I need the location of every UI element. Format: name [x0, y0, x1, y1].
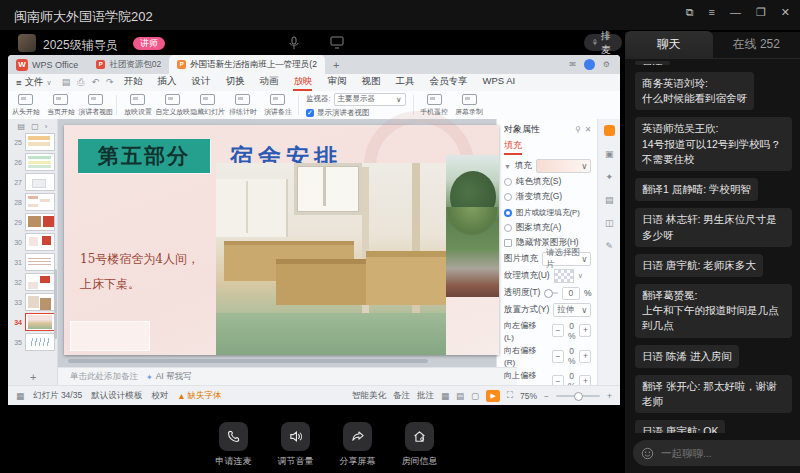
room-info-button[interactable]: 房间信息: [396, 422, 443, 468]
decrement-button[interactable]: −: [552, 350, 564, 363]
doc-tab-2[interactable]: P 外国语新生活指南班上—管理员(2: [169, 55, 325, 74]
picture-select-dropdown[interactable]: 请选择图片∨: [542, 252, 592, 266]
slide-thumbnail[interactable]: 30: [8, 232, 57, 252]
menu-member[interactable]: 会员专享: [429, 74, 467, 91]
slide-canvas[interactable]: 第五部分 宿舍安排 15号楼宿舍为4人间， 上床下桌。: [64, 125, 499, 355]
ai-write-button[interactable]: AI 帮我写: [146, 371, 192, 383]
menu-review[interactable]: 审阅: [327, 74, 346, 91]
thumbnail-scrollbar[interactable]: [54, 269, 57, 339]
queue-mic-button[interactable]: 排麦: [584, 34, 622, 51]
settings-icon[interactable]: ⚙: [603, 60, 610, 69]
fill-color-dropdown[interactable]: ∨: [536, 159, 592, 173]
share-screen-button[interactable]: 分享屏幕: [334, 422, 381, 468]
mic-icon[interactable]: [288, 36, 300, 50]
tab-online-count[interactable]: 在线 252: [713, 36, 800, 58]
new-tab-button[interactable]: +: [333, 59, 339, 71]
ribbon-speaker-notes[interactable]: 演讲备注: [260, 94, 295, 117]
screen-share-icon[interactable]: [330, 36, 344, 49]
placement-dropdown[interactable]: 拉伸∨: [553, 303, 591, 317]
radio-picture-fill[interactable]: [504, 209, 512, 217]
chart-icon[interactable]: ◫: [605, 218, 614, 228]
doc-tab-1[interactable]: P 社团资源包02: [88, 55, 169, 74]
slide-thumbnail-active[interactable]: 34: [8, 312, 57, 332]
speaker-view-checkbox[interactable]: ✓: [306, 109, 314, 117]
maximize-icon[interactable]: ❐: [756, 6, 766, 19]
menu-insert[interactable]: 插入: [157, 74, 176, 91]
chat-input[interactable]: [659, 446, 798, 460]
slide-thumbnail[interactable]: 26: [8, 152, 57, 172]
ribbon-from-current[interactable]: 当页开始: [43, 94, 78, 117]
wps-user-avatar[interactable]: [584, 59, 595, 70]
menu-transition[interactable]: 切换: [225, 74, 244, 91]
slide-thumbnail[interactable]: 35: [8, 332, 57, 352]
notes-button[interactable]: 备注: [393, 390, 410, 402]
menu-animation[interactable]: 动画: [259, 74, 278, 91]
animation-pane-icon[interactable]: ✦: [605, 172, 613, 182]
undo-icon[interactable]: ↶: [91, 77, 99, 88]
ribbon-hide-slide[interactable]: 隐藏幻灯片: [190, 94, 225, 117]
zoom-level[interactable]: 75%: [520, 391, 537, 401]
slide-thumbnail[interactable]: 33: [8, 292, 57, 312]
ribbon-show-settings[interactable]: 放映设置: [120, 94, 155, 117]
ribbon-presenter-view[interactable]: 演讲者视图: [78, 94, 113, 117]
texture-swatch[interactable]: [554, 269, 574, 283]
decrement-button[interactable]: −: [552, 324, 564, 337]
radio-pattern-fill[interactable]: [504, 224, 512, 232]
print-icon[interactable]: ⎙: [77, 77, 84, 88]
zoom-in-icon[interactable]: +: [607, 391, 612, 401]
zoom-out-icon[interactable]: −: [544, 391, 549, 401]
menu-icon[interactable]: ≡: [708, 6, 714, 19]
ribbon-screen-record[interactable]: 屏幕录制: [452, 94, 487, 117]
horizontal-scrollbar[interactable]: [68, 359, 428, 363]
redo-icon[interactable]: ↷: [106, 77, 114, 88]
menu-wps-ai[interactable]: WPS AI: [482, 74, 515, 91]
message-icon[interactable]: ✉: [569, 60, 576, 69]
monitor-select[interactable]: 主要显示器 ∨: [334, 93, 406, 106]
ribbon-rehearse[interactable]: 排练计时: [225, 94, 260, 117]
normal-view-icon[interactable]: ▦: [441, 391, 449, 401]
slide-thumbnail[interactable]: 28: [8, 192, 57, 212]
props-tab-fill[interactable]: 填充: [504, 139, 522, 155]
volume-button[interactable]: 调节音量: [272, 422, 319, 468]
chat-message-list[interactable]: 日语 商务英语刘玲: 什么时候能看到宿舍呀 英语师范吴王欣: 14号报道可以12…: [625, 59, 800, 433]
slide-thumbnail[interactable]: 31: [8, 252, 57, 272]
properties-icon[interactable]: ▣: [605, 149, 614, 159]
hide-background-checkbox[interactable]: [504, 239, 512, 247]
menu-design[interactable]: 设计: [191, 74, 210, 91]
increment-button[interactable]: +: [579, 350, 591, 363]
ribbon-from-beginning[interactable]: 从头开始: [8, 94, 43, 117]
slideshow-button[interactable]: ▶: [486, 390, 500, 402]
template-name[interactable]: 默认设计模板: [91, 390, 142, 402]
increment-button[interactable]: +: [579, 324, 591, 337]
slide-thumbnail[interactable]: 27: [8, 172, 57, 192]
outline-view-icon[interactable]: ▤: [18, 122, 26, 131]
missing-font-warning[interactable]: ▲缺失字体: [177, 390, 221, 402]
close-icon[interactable]: ✕: [585, 125, 592, 134]
slide-view-icon[interactable]: ▢: [31, 122, 39, 131]
ribbon-custom-show[interactable]: 自定义放映: [155, 94, 190, 117]
file-menu[interactable]: ≡ 文件 ∨: [16, 76, 52, 89]
tab-chat[interactable]: 聊天: [625, 31, 713, 58]
sorter-view-icon[interactable]: ▤: [456, 391, 464, 401]
help-icon[interactable]: ✎: [605, 241, 613, 251]
beautify-button[interactable]: 智能美化: [352, 390, 386, 402]
reading-view-icon[interactable]: ▢: [471, 391, 479, 401]
zoom-slider[interactable]: [556, 395, 600, 397]
docer-icon[interactable]: [604, 125, 615, 136]
save-icon[interactable]: ▤: [62, 77, 71, 88]
menu-slideshow[interactable]: 放映: [293, 74, 312, 91]
slide-thumbnail[interactable]: 29: [8, 212, 57, 232]
close-icon[interactable]: ✕: [781, 6, 790, 19]
request-mic-button[interactable]: 申请连麦: [210, 422, 257, 468]
pip-icon[interactable]: ⧉: [686, 6, 694, 19]
slide-thumbnail[interactable]: 25: [8, 132, 57, 152]
collapse-panel-icon[interactable]: ›: [45, 122, 48, 131]
transparency-slider[interactable]: [544, 292, 558, 294]
notes-bar[interactable]: 单击此处添加备注 AI 帮我写: [58, 367, 517, 386]
fit-window-icon[interactable]: ⛶: [507, 390, 513, 401]
minimize-icon[interactable]: —: [730, 6, 741, 19]
add-slide-button[interactable]: +: [30, 371, 36, 383]
comments-button[interactable]: 批注: [417, 390, 434, 402]
emoji-icon[interactable]: [641, 447, 654, 460]
radio-solid-fill[interactable]: [504, 178, 512, 186]
